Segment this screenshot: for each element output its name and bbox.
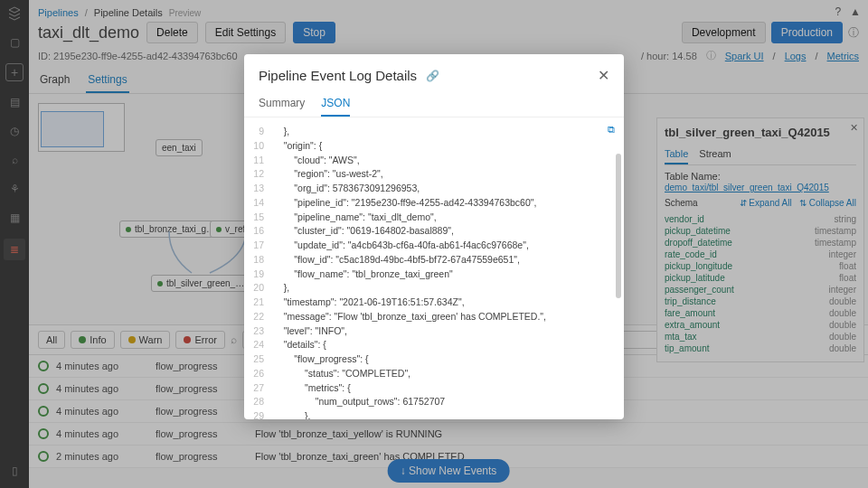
scrollbar-thumb[interactable]	[616, 154, 621, 298]
modal-tab-summary[interactable]: Summary	[259, 91, 305, 117]
modal-title: Pipeline Event Log Details	[259, 68, 417, 83]
close-icon[interactable]: ✕	[598, 67, 609, 84]
code-line: 16 "cluster_id": "0619-164802-basal889",	[244, 224, 624, 239]
code-line: 19 "flow_name": "tbl_bronze_taxi_green"	[244, 267, 624, 282]
code-line: 13 "org_id": 5783673091296953,	[244, 182, 624, 196]
code-line: 9 },	[244, 125, 624, 139]
json-viewer[interactable]: ⧉ 9 },10 "origin": {11 "cloud": "AWS",12…	[244, 117, 624, 419]
code-line: 21 "timestamp": "2021-06-19T16:51:57.634…	[244, 296, 624, 310]
event-log-modal: Pipeline Event Log Details 🔗 ✕ Summary J…	[244, 54, 624, 419]
modal-tab-json[interactable]: JSON	[321, 91, 350, 117]
code-line: 25 "flow_progress": {	[244, 352, 624, 367]
code-line: 29 },	[244, 409, 624, 419]
copy-icon[interactable]: ⧉	[608, 123, 615, 137]
code-line: 12 "region": "us-west-2",	[244, 167, 624, 182]
code-line: 23 "level": "INFO",	[244, 324, 624, 339]
code-line: 27 "metrics": {	[244, 381, 624, 396]
code-line: 15 "pipeline_name": "taxi_dlt_demo",	[244, 211, 624, 225]
code-line: 24 "details": {	[244, 338, 624, 352]
code-line: 26 "status": "COMPLETED",	[244, 367, 624, 381]
code-line: 14 "pipeline_id": "2195e230-ff9e-4255-ad…	[244, 196, 624, 211]
code-line: 11 "cloud": "AWS",	[244, 154, 624, 168]
permalink-icon[interactable]: 🔗	[426, 70, 439, 82]
code-line: 20 },	[244, 281, 624, 296]
code-line: 22 "message": "Flow 'tbl_bronze_taxi_gre…	[244, 310, 624, 324]
code-line: 10 "origin": {	[244, 139, 624, 154]
code-line: 18 "flow_id": "c5ac189d-49bc-4bf5-bf72-6…	[244, 253, 624, 267]
code-line: 28 "num_output_rows": 61752707	[244, 395, 624, 409]
code-line: 17 "update_id": "a4cb643b-cf6a-40fa-ab61…	[244, 239, 624, 253]
